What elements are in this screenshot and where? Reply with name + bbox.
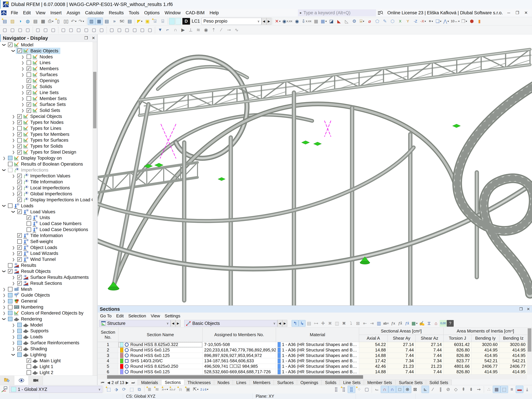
close-icon[interactable]: ✕ — [90, 35, 97, 41]
open-file-icon[interactable]: ▨ — [9, 18, 16, 25]
show-values-icon[interactable]: ◉X.XX — [282, 18, 293, 25]
snap-parallel-icon[interactable]: ∥ — [437, 386, 444, 393]
cell-bend_iz[interactable]: 542.21 — [500, 358, 527, 364]
tree-item-model[interactable]: ❯Model — [0, 322, 92, 328]
save-icon[interactable]: ▦ — [39, 18, 47, 25]
cell-axial[interactable]: 14.88 — [359, 348, 388, 353]
tree-item-shading[interactable]: ❯✓Shading — [0, 346, 92, 352]
row-left-icon[interactable]: ⇤ — [361, 320, 368, 327]
snap-slash-icon[interactable]: ∕ — [429, 386, 437, 393]
tree-item-loads[interactable]: ❯Loads — [0, 203, 92, 209]
cell-shear_ay[interactable]: 27.14 — [388, 342, 416, 348]
tree-item-supports[interactable]: ❯Supports — [0, 328, 92, 334]
new-imposed-icon[interactable]: ▢ — [139, 26, 146, 34]
table-layout-icon[interactable]: ▥ — [375, 320, 382, 327]
expand-icon[interactable]: ❯ — [2, 156, 7, 160]
last-table-icon[interactable]: ⏭ — [130, 380, 136, 385]
expand-icon[interactable]: ❯ — [11, 138, 16, 142]
checkbox-unchecked[interactable] — [8, 203, 13, 208]
table-delete-icon[interactable]: ✖ — [327, 320, 334, 327]
new-opening-icon[interactable]: ▢ — [67, 26, 75, 34]
checkbox-checked[interactable]: ✓ — [17, 257, 22, 262]
checkbox-unchecked[interactable] — [27, 96, 31, 101]
cell-shear_az[interactable]: 27.14 — [416, 342, 443, 348]
lattice-icon[interactable]: ⬢ — [468, 18, 476, 25]
sections-menu-goto[interactable]: Go To — [98, 313, 114, 319]
snap-box-x-icon[interactable]: ⊠ — [411, 386, 419, 393]
checkbox-unchecked[interactable] — [17, 126, 22, 131]
axis-minus-x-icon[interactable]: -X▾ — [419, 18, 427, 25]
checkbox-checked[interactable]: ✓ — [18, 49, 22, 53]
building-model-icon[interactable]: ▦▾ — [320, 18, 328, 25]
expand-icon[interactable]: ❯ — [11, 144, 16, 148]
calendar-icon[interactable]: ✦▣ — [184, 386, 192, 393]
grid-frame-icon[interactable]: ⬚ — [500, 386, 508, 393]
load-case-combo[interactable]: Peso propio∨ — [202, 18, 261, 25]
tree-item-member-sets[interactable]: ❯Member Sets — [0, 95, 92, 101]
table-add-icon[interactable]: ✚ — [320, 320, 327, 327]
expand-icon[interactable]: ❯ — [11, 174, 16, 178]
new-hinge-icon[interactable]: ▢ — [42, 26, 49, 34]
display-navigator-tab[interactable] — [14, 376, 29, 385]
tree-item-general[interactable]: ❯General — [0, 298, 92, 304]
expand-icon[interactable]: ❯ — [20, 85, 25, 89]
snap-perpendicular-icon[interactable]: ⊾ — [421, 386, 429, 393]
cell-shear_az[interactable]: 7.34 — [416, 358, 443, 364]
tree-item-members[interactable]: ❯✓Members — [0, 66, 92, 72]
cell-axial[interactable]: 54.22 — [359, 342, 388, 348]
panel-sc-icon[interactable]: SC — [118, 18, 126, 25]
collapse-icon[interactable]: ❯ — [2, 168, 7, 172]
checkbox-partial[interactable] — [17, 341, 22, 345]
model-manager-icon[interactable]: ◍ — [24, 18, 32, 25]
jump-from-graphic-icon[interactable]: ↳ — [298, 320, 306, 327]
checkbox-checked[interactable]: ✓ — [17, 132, 22, 137]
cell-shear_ay[interactable]: 7.34 — [388, 358, 416, 364]
result-tables-icon[interactable]: ◪ — [328, 18, 335, 25]
funnel-icon[interactable]: ▼ — [156, 26, 164, 34]
tree-item-surface-reinforcements[interactable]: ❯Surface Reinforcements — [0, 340, 92, 346]
checkbox-checked[interactable]: ✓ — [27, 90, 31, 95]
tree-item-results[interactable]: Results — [0, 262, 92, 268]
cell-no[interactable]: 5 — [98, 364, 118, 369]
dim-x-icon[interactable]: ✦x↦▾ — [161, 386, 169, 393]
checkbox-checked[interactable]: ✓ — [17, 150, 22, 154]
expand-icon[interactable]: ❯ — [11, 329, 16, 333]
table-group-combo[interactable]: Structure ∨ — [99, 320, 171, 327]
dimension-10-icon[interactable]: 10↔▾ — [450, 18, 460, 25]
measure-man-icon[interactable]: ✦⍾ — [177, 386, 184, 393]
fx-view-icon[interactable]: ƒx̂ — [404, 320, 411, 327]
cell-shear_ay[interactable]: 7.44 — [388, 348, 416, 353]
grid-snap-icon[interactable]: ✦⣿ — [340, 386, 348, 393]
next-table-icon[interactable]: ▶ — [124, 380, 130, 385]
abacus-icon[interactable]: ⌸▾ — [358, 18, 366, 25]
cell-material[interactable]: 1 - A36 (HR Structural Shapes and Bars) … — [276, 348, 359, 353]
expand-icon[interactable]: ❯ — [11, 335, 16, 339]
expand-icon[interactable]: ❯ — [20, 61, 25, 65]
tree-item-light-2[interactable]: Light 2 — [0, 370, 92, 376]
checkbox-checked[interactable]: ✓ — [17, 281, 22, 285]
first-table-icon[interactable]: ⏮ — [99, 380, 106, 385]
checkbox-checked[interactable]: ✓ — [17, 275, 22, 279]
tree-item-object-loads[interactable]: ❯✓Object Loads — [0, 245, 92, 251]
antenna-icon[interactable]: ⊥ — [187, 26, 195, 34]
checkbox-partial[interactable] — [17, 329, 22, 333]
menu-file[interactable]: File — [8, 9, 21, 17]
collapse-icon[interactable]: ❯ — [2, 43, 7, 47]
snap-circle-cross-icon[interactable]: ⊗ — [404, 386, 411, 393]
table-tab-solids[interactable]: Solids — [322, 380, 340, 385]
menu-window[interactable]: Window — [162, 9, 183, 17]
extrude-icon[interactable]: ⬗ — [113, 386, 120, 393]
cell-shear_az[interactable]: 7.44 — [416, 348, 443, 353]
table-tab-surfaces[interactable]: Surfaces — [274, 380, 297, 385]
help-icon[interactable]: ? — [447, 320, 454, 327]
checkbox-unchecked[interactable] — [27, 55, 31, 59]
snap-node-icon[interactable]: ▢ — [363, 386, 371, 393]
checkbox-checked[interactable]: ✓ — [17, 347, 22, 351]
tree-item-numbering[interactable]: ❯123Numbering — [0, 304, 92, 310]
panel-expand-icon[interactable]: » — [111, 18, 118, 25]
cell-torsion[interactable]: 826.80 — [443, 348, 471, 353]
next-load-case-button[interactable]: ▶ — [266, 18, 272, 25]
coordinate-system-combo[interactable]: 1 - Global XYZ ∨ — [9, 386, 102, 393]
checkbox-gray[interactable] — [8, 168, 13, 172]
axis-z-icon[interactable]: -Z — [412, 18, 419, 25]
